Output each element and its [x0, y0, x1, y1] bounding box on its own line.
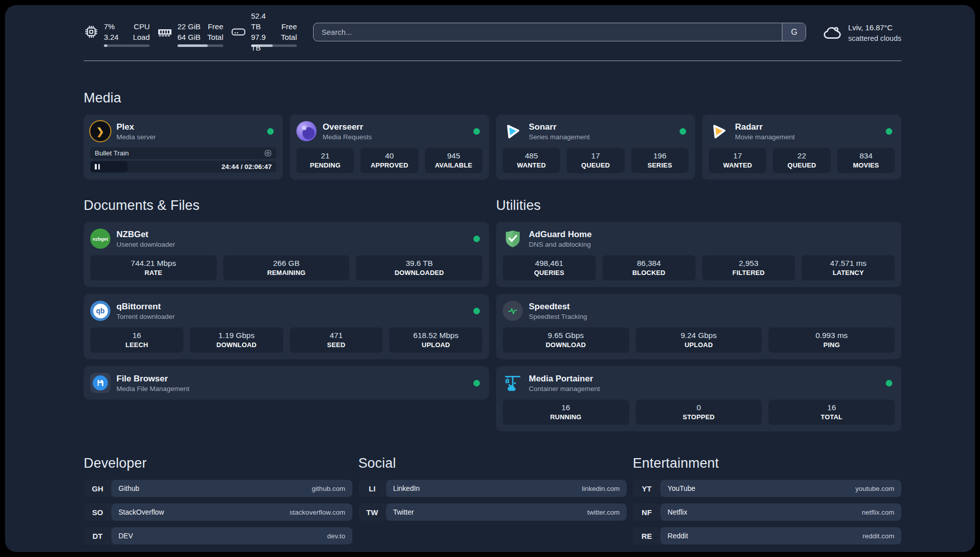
app-card-portainer[interactable]: Media Portainer Container management 16 …	[496, 366, 901, 431]
app-card-overseerr[interactable]: Overseerr Media Requests 21 PENDING 40 A…	[290, 115, 489, 180]
stat-box: 22 QUEUED	[773, 148, 830, 173]
app-name: AdGuard Home	[529, 230, 895, 240]
app-card-adguard[interactable]: AdGuard Home DNS and adblocking 498,461 …	[496, 222, 901, 287]
link-row-github[interactable]: GH Github github.com	[84, 480, 352, 497]
storage-free-label: Free	[281, 21, 297, 32]
storage-stat: 52.4 TB 97.9 TB Free Total	[231, 21, 297, 47]
status-dot	[473, 236, 480, 242]
status-dot	[886, 128, 892, 135]
radarr-icon	[709, 121, 729, 141]
stat-box: 744.21 Mbps RATE	[90, 255, 217, 281]
status-dot	[473, 308, 480, 314]
stat-box: 9.24 Gbps UPLOAD	[636, 327, 762, 353]
search-input[interactable]	[314, 23, 782, 41]
app-name: qBittorrent	[116, 302, 467, 312]
section-title-documents: Documents & Files	[84, 198, 489, 213]
link-url: twitter.com	[587, 509, 620, 516]
link-row-linkedin[interactable]: LI LinkedIn linkedin.com	[358, 480, 627, 497]
memory-stat: 22 GiB 64 GiB Free Total	[157, 21, 223, 47]
app-name: Speedtest	[529, 302, 895, 312]
app-card-radarr[interactable]: Radarr Movie management 17 WANTED 22 QUE…	[702, 115, 901, 180]
cloud-icon	[822, 23, 841, 42]
app-name: File Browser	[116, 374, 467, 384]
section-social: Social LI LinkedIn linkedin.com TW Twitt…	[358, 456, 627, 544]
link-url: youtube.com	[855, 485, 894, 492]
link-name: LinkedIn	[393, 484, 420, 492]
filebrowser-icon	[90, 373, 110, 393]
app-desc: Container management	[529, 385, 880, 393]
cpu-progressbar	[104, 44, 150, 47]
link-row-netflix[interactable]: NF Netflix netflix.com	[633, 504, 901, 521]
stat-box: 16 LEECH	[90, 327, 183, 353]
stat-box: 2,953 FILTERED	[702, 255, 795, 281]
speedtest-icon	[503, 301, 523, 321]
stat-box: 16 TOTAL	[768, 400, 895, 425]
link-abbrev: YT	[633, 480, 660, 497]
status-dot	[473, 380, 480, 386]
app-card-nzbget[interactable]: nzbget NZBGet Usenet downloader 744.21 M…	[84, 222, 489, 287]
link-abbrev: DT	[84, 527, 111, 544]
app-card-filebrowser[interactable]: File Browser Media File Management	[84, 366, 489, 400]
pause-icon[interactable]	[95, 164, 100, 170]
search-bar: G	[313, 23, 806, 41]
search-engine-button[interactable]: G	[782, 23, 806, 41]
link-abbrev: RE	[633, 527, 660, 544]
stat-box: 39.6 TB DOWNLOADED	[356, 255, 482, 281]
link-url: netflix.com	[862, 509, 894, 516]
stat-box: 17 WANTED	[709, 148, 766, 173]
app-name: NZBGet	[116, 230, 467, 240]
link-abbrev: NF	[633, 504, 660, 521]
link-row-stackoverflow[interactable]: SO StackOverflow stackoverflow.com	[84, 504, 352, 521]
link-name: DEV	[118, 532, 133, 540]
link-url: stackoverflow.com	[289, 509, 345, 516]
playback-progressbar[interactable]: 24:44 / 02:06:47	[90, 161, 276, 173]
link-row-dev[interactable]: DT DEV dev.to	[84, 527, 352, 544]
link-row-reddit[interactable]: RE Reddit reddit.com	[633, 527, 901, 544]
memory-free: 22 GiB	[177, 21, 201, 32]
link-url: dev.to	[327, 532, 345, 540]
cpu-load-label: Load	[133, 32, 150, 42]
portainer-icon	[503, 373, 523, 393]
storage-free: 52.4 TB	[251, 11, 276, 32]
link-abbrev: TW	[358, 504, 386, 521]
app-card-speedtest[interactable]: Speedtest Speedtest Tracking 9.65 Gbps D…	[496, 294, 901, 359]
app-name: Media Portainer	[529, 374, 880, 384]
cast-icon[interactable]	[264, 149, 272, 157]
link-row-youtube[interactable]: YT YouTube youtube.com	[633, 480, 901, 497]
link-name: YouTube	[667, 484, 695, 492]
stat-box: 21 PENDING	[296, 148, 354, 173]
cpu-stat: 7% 3.24 CPU Load	[84, 21, 150, 47]
app-card-sonarr[interactable]: Sonarr Series management 485 WANTED 17 Q…	[496, 115, 695, 180]
memory-progressbar	[177, 44, 223, 47]
stat-box: 17 QUEUED	[567, 148, 624, 173]
link-name: StackOverflow	[118, 508, 164, 516]
link-row-twitter[interactable]: TW Twitter twitter.com	[358, 504, 627, 521]
system-stats: 7% 3.24 CPU Load	[84, 21, 297, 47]
stat-box: 945 AVAILABLE	[425, 148, 482, 173]
app-card-qbittorrent[interactable]: qb qBittorrent Torrent downloader 16 LEE…	[84, 294, 489, 359]
stat-box: 0.993 ms PING	[768, 327, 895, 353]
memory-free-label: Free	[208, 21, 223, 32]
app-name: Radarr	[735, 122, 880, 132]
link-url: github.com	[312, 485, 345, 492]
app-name: Sonarr	[529, 122, 673, 132]
storage-total: 97.9 TB	[251, 32, 276, 53]
section-title-social: Social	[358, 456, 627, 471]
overseerr-icon	[296, 121, 317, 141]
stat-box: 485 WANTED	[503, 148, 560, 173]
section-media: Media ❯ Plex Media server Bullet Train	[84, 90, 901, 180]
link-url: linkedin.com	[582, 485, 620, 492]
link-name: Twitter	[393, 508, 414, 516]
app-card-plex[interactable]: ❯ Plex Media server Bullet Train	[84, 115, 283, 180]
section-title-media: Media	[84, 90, 901, 106]
stat-box: 86,384 BLOCKED	[602, 255, 696, 281]
link-name: Netflix	[667, 508, 687, 516]
header-divider	[84, 61, 901, 61]
app-desc: Series management	[529, 133, 673, 141]
section-title-developer: Developer	[84, 456, 352, 471]
hard-drive-icon	[231, 24, 246, 39]
stat-box: 266 GB REMAINING	[223, 255, 350, 281]
weather-condition: scattered clouds	[848, 33, 901, 44]
app-desc: Movie management	[735, 133, 880, 141]
app-desc: Usenet downloader	[116, 241, 467, 248]
